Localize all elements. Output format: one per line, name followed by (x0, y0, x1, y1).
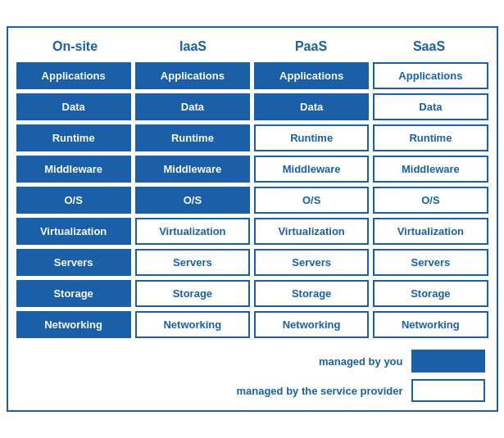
grid-cell-col2-row3: Middleware (254, 156, 369, 183)
grid-cell-col2-row2: Runtime (254, 124, 369, 151)
grid-cell-col1-row8: Networking (135, 311, 250, 338)
header-col-3: SaaS (370, 36, 488, 57)
grid-cell-col1-row1: Data (135, 93, 250, 120)
grid-cell-col2-row6: Servers (254, 249, 369, 276)
grid-cell-col2-row1: Data (254, 93, 369, 120)
grid-cell-col2-row5: Virtualization (254, 218, 369, 245)
grid-cell-col0-row3: Middleware (16, 156, 131, 183)
grid-cell-col1-row4: O/S (135, 187, 250, 214)
grid-cell-col0-row6: Servers (16, 249, 131, 276)
header-col-0: On-site (16, 36, 134, 57)
grid-cell-col0-row2: Runtime (16, 124, 131, 151)
grid-cell-col0-row8: Networking (16, 311, 131, 338)
grid-cell-col1-row3: Middleware (135, 156, 250, 183)
grid-body: ApplicationsApplicationsApplicationsAppl… (16, 62, 488, 338)
grid-cell-col0-row7: Storage (16, 280, 131, 307)
legend-label-1: managed by the service provider (236, 385, 402, 397)
legend-box-0 (411, 350, 485, 373)
legend-area: managed by youmanaged by the service pro… (16, 350, 488, 402)
grid-cell-col2-row0: Applications (254, 62, 369, 89)
grid-cell-col3-row5: Virtualization (373, 218, 488, 245)
grid-cell-col2-row4: O/S (254, 187, 369, 214)
grid-cell-col0-row0: Applications (16, 62, 131, 89)
main-container: On-siteIaaSPaaSSaaS ApplicationsApplicat… (7, 26, 498, 412)
legend-label-0: managed by you (319, 355, 403, 368)
grid-cell-col0-row5: Virtualization (16, 218, 131, 245)
grid-cell-col3-row6: Servers (373, 249, 488, 276)
header-col-2: PaaS (252, 36, 370, 57)
legend-box-1 (411, 379, 485, 402)
grid-cell-col1-row7: Storage (135, 280, 250, 307)
header-row: On-siteIaaSPaaSSaaS (16, 36, 488, 57)
grid-cell-col3-row1: Data (373, 93, 488, 120)
grid-cell-col2-row8: Networking (254, 311, 369, 338)
grid-cell-col3-row4: O/S (373, 187, 488, 214)
grid-cell-col3-row3: Middleware (373, 156, 488, 183)
grid-cell-col3-row8: Networking (373, 311, 488, 338)
grid-cell-col0-row4: O/S (16, 187, 131, 214)
grid-cell-col3-row7: Storage (373, 280, 488, 307)
grid-cell-col3-row0: Applications (373, 62, 488, 89)
grid-cell-col1-row6: Servers (135, 249, 250, 276)
legend-row-0: managed by you (16, 350, 485, 373)
grid-cell-col1-row2: Runtime (135, 124, 250, 151)
grid-cell-col1-row5: Virtualization (135, 218, 250, 245)
grid-cell-col0-row1: Data (16, 93, 131, 120)
grid-cell-col3-row2: Runtime (373, 124, 488, 151)
header-col-1: IaaS (134, 36, 252, 57)
grid-cell-col1-row0: Applications (135, 62, 250, 89)
legend-row-1: managed by the service provider (16, 379, 485, 402)
grid-cell-col2-row7: Storage (254, 280, 369, 307)
